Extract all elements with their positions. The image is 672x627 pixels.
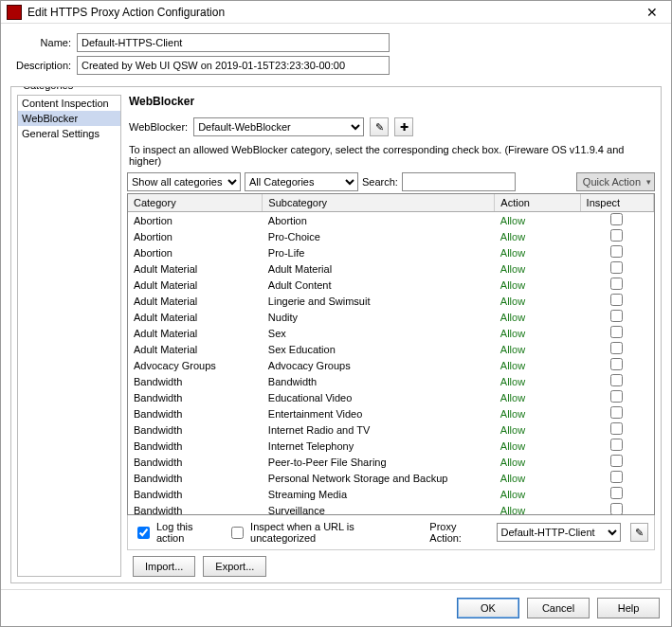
inspect-checkbox[interactable] xyxy=(610,213,623,225)
table-row[interactable]: AbortionPro-LifeAllow xyxy=(128,244,654,260)
edit-icon[interactable]: ✎ xyxy=(370,117,389,136)
inspect-uncat-checkbox[interactable] xyxy=(231,527,244,539)
cell-category: Bandwidth xyxy=(128,454,263,470)
cell-subcategory: Internet Radio and TV xyxy=(263,421,495,438)
cell-inspect xyxy=(580,454,653,470)
table-row[interactable]: Adult MaterialNudityAllow xyxy=(128,309,654,325)
table-row[interactable]: BandwidthInternet TelephonyAllow xyxy=(128,438,654,454)
table-row[interactable]: Adult MaterialLingerie and SwimsuitAllow xyxy=(128,293,654,309)
table-row[interactable]: BandwidthSurveillanceAllow xyxy=(128,502,654,514)
table-row[interactable]: BandwidthInternet Radio and TVAllow xyxy=(128,421,654,438)
name-row: Name: xyxy=(16,33,656,52)
inspect-checkbox[interactable] xyxy=(610,278,623,290)
show-categories-select[interactable]: Show all categories xyxy=(127,172,241,191)
cell-action: Allow xyxy=(495,486,580,502)
col-action[interactable]: Action xyxy=(495,194,580,212)
cell-action: Allow xyxy=(495,470,580,486)
webblocker-select[interactable]: Default-WebBlocker xyxy=(193,117,364,136)
log-this-label: Log this action xyxy=(156,521,218,544)
proxy-edit-icon[interactable]: ✎ xyxy=(630,523,648,542)
main-panel: WebBlocker WebBlocker: Default-WebBlocke… xyxy=(127,95,655,577)
cell-action: Allow xyxy=(495,357,580,373)
cell-category: Bandwidth xyxy=(128,486,263,502)
cell-action: Allow xyxy=(495,228,580,244)
export-button[interactable]: Export... xyxy=(203,556,266,577)
table-row[interactable]: BandwidthEntertainment VideoAllow xyxy=(128,405,654,421)
col-category[interactable]: Category xyxy=(128,194,263,212)
proxy-action-select[interactable]: Default-HTTP-Client xyxy=(497,523,622,542)
cell-inspect xyxy=(580,486,653,502)
log-this-checkbox[interactable] xyxy=(137,527,150,539)
table-row[interactable]: BandwidthBandwidthAllow xyxy=(128,373,654,389)
table-row[interactable]: Adult MaterialAdult MaterialAllow xyxy=(128,260,654,277)
help-button[interactable]: Help xyxy=(597,598,660,618)
inspect-checkbox[interactable] xyxy=(610,503,623,514)
app-icon xyxy=(7,5,22,20)
cell-subcategory: Adult Material xyxy=(263,260,495,277)
quick-action-button[interactable]: Quick Action xyxy=(576,172,655,191)
description-input[interactable] xyxy=(77,56,390,75)
inspect-checkbox[interactable] xyxy=(610,358,623,370)
inspect-checkbox[interactable] xyxy=(610,487,623,499)
table-row[interactable]: AbortionPro-ChoiceAllow xyxy=(128,228,654,244)
log-this-action[interactable]: Log this action xyxy=(134,521,218,544)
inspect-checkbox[interactable] xyxy=(610,455,623,467)
description-label: Description: xyxy=(16,60,77,71)
inspect-checkbox[interactable] xyxy=(610,471,623,483)
inspect-checkbox[interactable] xyxy=(610,261,623,274)
all-categories-select[interactable]: All Categories xyxy=(245,172,358,191)
cell-action: Allow xyxy=(495,293,580,309)
inspect-checkbox[interactable] xyxy=(610,229,623,242)
import-button[interactable]: Import... xyxy=(133,556,195,577)
cell-category: Bandwidth xyxy=(128,421,263,438)
cell-action: Allow xyxy=(495,325,580,341)
inspect-checkbox[interactable] xyxy=(610,342,623,354)
cell-action: Allow xyxy=(495,405,580,421)
cell-inspect xyxy=(580,357,653,373)
search-label: Search: xyxy=(362,176,398,188)
col-inspect[interactable]: Inspect xyxy=(580,194,653,212)
inspect-checkbox[interactable] xyxy=(610,439,623,451)
new-icon[interactable]: ✚ xyxy=(394,117,413,136)
cell-inspect xyxy=(580,421,653,438)
cell-category: Advocacy Groups xyxy=(128,357,263,373)
inspect-checkbox[interactable] xyxy=(610,245,623,258)
cell-subcategory: Pro-Choice xyxy=(263,228,495,244)
titlebar: Edit HTTPS Proxy Action Configuration ✕ xyxy=(1,1,671,24)
table-row[interactable]: AbortionAbortionAllow xyxy=(128,212,654,229)
ok-button[interactable]: OK xyxy=(457,598,519,618)
table-row[interactable]: BandwidthPersonal Network Storage and Ba… xyxy=(128,470,654,486)
cell-inspect xyxy=(580,228,653,244)
table-row[interactable]: Adult MaterialAdult ContentAllow xyxy=(128,277,654,293)
table-scroll[interactable]: Category Subcategory Action Inspect Abor… xyxy=(128,194,654,514)
inspect-checkbox[interactable] xyxy=(610,294,623,306)
sidebar-item-content-inspection[interactable]: Content Inspection xyxy=(18,96,120,111)
sidebar-item-general-settings[interactable]: General Settings xyxy=(18,126,120,141)
cell-action: Allow xyxy=(495,309,580,325)
inspect-uncategorized[interactable]: Inspect when a URL is uncategorized xyxy=(227,521,410,544)
cancel-button[interactable]: Cancel xyxy=(527,598,590,618)
inspect-checkbox[interactable] xyxy=(610,406,623,419)
cell-category: Adult Material xyxy=(128,341,263,357)
table-row[interactable]: BandwidthEducational VideoAllow xyxy=(128,389,654,405)
table-row[interactable]: Advocacy GroupsAdvocacy GroupsAllow xyxy=(128,357,654,373)
cell-subcategory: Peer-to-Peer File Sharing xyxy=(263,454,495,470)
table-row[interactable]: Adult MaterialSex EducationAllow xyxy=(128,341,654,357)
cell-action: Allow xyxy=(495,502,580,514)
cell-action: Allow xyxy=(495,438,580,454)
inspect-checkbox[interactable] xyxy=(610,374,623,386)
inspect-checkbox[interactable] xyxy=(610,422,623,435)
import-export-row: Import... Export... xyxy=(127,550,655,577)
sidebar-item-webblocker[interactable]: WebBlocker xyxy=(18,111,120,126)
inspect-checkbox[interactable] xyxy=(610,390,623,403)
close-button[interactable]: ✕ xyxy=(639,3,665,22)
table-row[interactable]: Adult MaterialSexAllow xyxy=(128,325,654,341)
search-input[interactable] xyxy=(402,172,516,191)
col-subcategory[interactable]: Subcategory xyxy=(263,194,495,212)
table-row[interactable]: BandwidthStreaming MediaAllow xyxy=(128,486,654,502)
name-input[interactable] xyxy=(77,33,390,52)
cell-action: Allow xyxy=(495,389,580,405)
table-row[interactable]: BandwidthPeer-to-Peer File SharingAllow xyxy=(128,454,654,470)
inspect-checkbox[interactable] xyxy=(610,310,623,322)
inspect-checkbox[interactable] xyxy=(610,326,623,338)
